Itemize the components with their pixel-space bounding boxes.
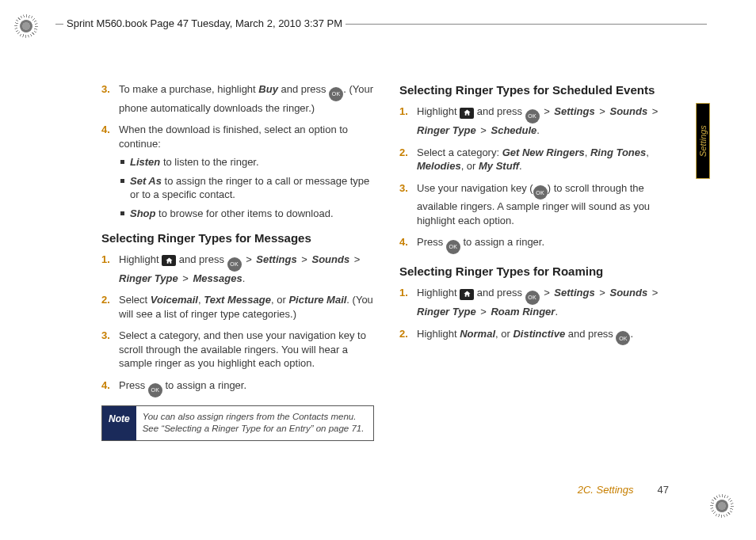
bullet-setas: Set As to assign the ringer to a call or… <box>119 174 374 202</box>
ok-icon: OK <box>533 185 548 200</box>
ok-icon: OK <box>329 87 343 101</box>
crop-mark-bottom-left <box>14 494 46 526</box>
crop-mark-bottom-right <box>710 494 742 526</box>
home-icon <box>162 255 176 266</box>
sch-step-4: 4. Press OK to assign a ringer. <box>399 235 672 254</box>
ok-icon: OK <box>616 331 630 345</box>
page: Sprint M560.book Page 47 Tuesday, March … <box>0 0 756 540</box>
msg-step-3: 3. Select a category, and then use your … <box>101 329 374 371</box>
msg-step-2: 2. Select Voicemail, Text Message, or Pi… <box>101 293 374 321</box>
roam-step-2: 2. Highlight Normal, or Distinctive and … <box>399 327 672 346</box>
side-tab: Settings <box>696 103 710 179</box>
continued-list: 3. To make a purchase, highlight Buy and… <box>101 82 374 221</box>
header-text: Sprint M560.book Page 47 Tuesday, March … <box>63 17 346 29</box>
left-column: 3. To make a purchase, highlight Buy and… <box>101 82 374 441</box>
roam-step-1: 1. Highlight and press OK > Settings > S… <box>399 286 672 318</box>
step-3: 3. To make a purchase, highlight Buy and… <box>101 82 374 115</box>
ok-icon: OK <box>525 291 540 305</box>
bullet-shop: Shop to browse for other items to downlo… <box>119 207 374 221</box>
crop-mark-top-right <box>710 14 742 46</box>
note-label: Note <box>102 406 136 440</box>
sch-step-3: 3. Use your navigation key (OK) to scrol… <box>399 181 672 228</box>
step-4: 4. When the download is finished, select… <box>101 123 374 220</box>
crop-mark-top-left <box>14 14 46 46</box>
heading-messages: Selecting Ringer Types for Messages <box>101 230 374 246</box>
note-text: You can also assign ringers from the Con… <box>136 406 373 440</box>
side-tab-label: Settings <box>698 125 708 157</box>
msg-step-4: 4. Press OK to assign a ringer. <box>101 378 374 397</box>
right-column: Selecting Ringer Types for Scheduled Eve… <box>399 82 672 441</box>
sch-step-2: 2. Select a category: Get New Ringers, R… <box>399 146 672 173</box>
footer-page: 47 <box>658 484 669 496</box>
ok-icon: OK <box>525 109 540 124</box>
sch-step-1: 1. Highlight and press OK > Settings > S… <box>399 105 672 137</box>
home-icon <box>460 289 474 300</box>
note-box: Note You can also assign ringers from th… <box>101 405 374 441</box>
home-icon <box>460 108 474 119</box>
msg-step-1: 1. Highlight and press OK > Settings > S… <box>101 253 374 285</box>
ok-icon: OK <box>446 240 460 254</box>
content-columns: 3. To make a purchase, highlight Buy and… <box>101 82 672 441</box>
bullet-listen: Listen to listen to the ringer. <box>119 155 374 169</box>
heading-roaming: Selecting Ringer Types for Roaming <box>399 264 672 280</box>
ok-icon: OK <box>148 383 162 397</box>
footer: 2C. Settings 47 <box>578 484 669 496</box>
ok-icon: OK <box>227 257 242 272</box>
heading-scheduled: Selecting Ringer Types for Scheduled Eve… <box>399 82 672 98</box>
footer-section: 2C. Settings <box>578 484 634 496</box>
